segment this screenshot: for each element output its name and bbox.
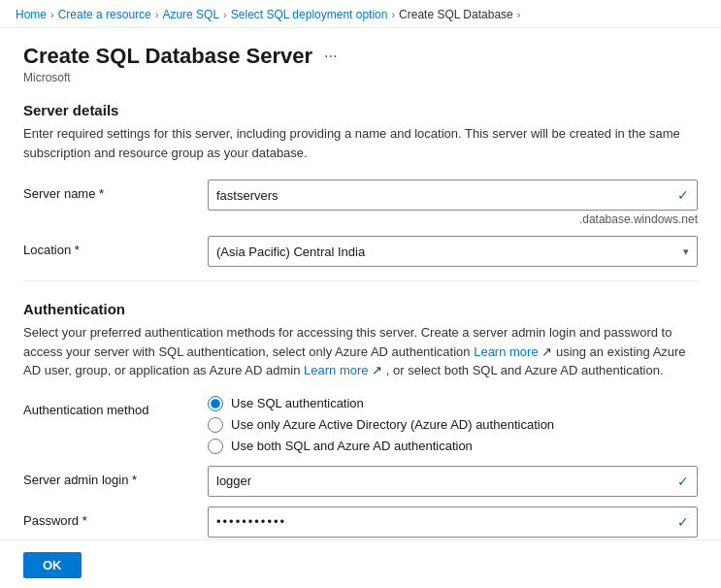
breadcrumb-end-chevron: › [517,9,521,20]
location-row: Location * (Asia Pacific) Central India … [23,236,698,267]
server-details-title: Server details [23,102,698,118]
server-name-label: Server name * [23,180,208,201]
admin-login-input[interactable] [216,474,672,488]
breadcrumb-sep-3: › [223,9,227,20]
breadcrumb-create-resource[interactable]: Create a resource [58,8,151,21]
radio-sql-auth[interactable]: Use SQL authentication [208,396,698,411]
auth-method-control: Use SQL authentication Use only Azure Ac… [208,396,698,454]
breadcrumb-current: Create SQL Database [399,8,513,21]
password-input[interactable] [216,514,672,529]
server-name-input[interactable] [216,188,672,203]
page-subtitle: Microsoft [23,71,698,84]
password-control: ✓ [208,506,698,538]
breadcrumb-azure-sql[interactable]: Azure SQL [162,8,219,21]
server-name-check-icon: ✓ [677,187,689,203]
authentication-section: Authentication Select your preferred aut… [23,301,698,574]
page-title: Create SQL Database Server [23,44,312,69]
location-chevron-icon: ▾ [683,245,689,258]
section-divider [23,280,698,281]
radio-both-auth[interactable]: Use both SQL and Azure AD authentication [208,439,698,454]
auth-section-title: Authentication [23,301,698,317]
admin-login-input-wrap: ✓ [208,466,698,497]
radio-both-auth-input[interactable] [208,439,223,454]
radio-azure-ad-only-input[interactable] [208,417,223,433]
server-name-row: Server name * ✓ .database.windows.net [23,180,698,226]
location-select[interactable]: (Asia Pacific) Central India East US Wes… [216,245,683,259]
radio-azure-ad-only-label: Use only Azure Active Directory (Azure A… [231,417,554,432]
admin-login-label: Server admin login * [23,466,208,487]
auth-method-label: Authentication method [23,396,208,417]
admin-login-check-icon: ✓ [677,474,689,489]
breadcrumb: Home › Create a resource › Azure SQL › S… [0,0,721,28]
radio-sql-auth-input[interactable] [208,396,223,411]
radio-sql-auth-label: Use SQL authentication [231,396,364,410]
breadcrumb-select-deployment[interactable]: Select SQL deployment option [231,8,388,21]
learn-more-2-link[interactable]: Learn more [304,363,368,377]
auth-method-row: Authentication method Use SQL authentica… [23,396,698,454]
radio-azure-ad-only[interactable]: Use only Azure Active Directory (Azure A… [208,417,698,433]
external-link-icon-1: ↗ [541,344,556,359]
server-name-suffix: .database.windows.net [208,212,698,226]
admin-login-control: ✓ [208,466,698,497]
auth-desc-part3: , or select both SQL and Azure AD authen… [386,363,664,377]
server-name-control: ✓ .database.windows.net [208,180,698,226]
password-check-icon: ✓ [677,514,689,530]
location-control: (Asia Pacific) Central India East US Wes… [208,236,698,267]
ellipsis-button[interactable]: ··· [320,46,341,67]
server-name-input-wrap: ✓ [208,180,698,211]
password-input-wrap: ✓ [208,506,698,538]
auth-radio-group: Use SQL authentication Use only Azure Ac… [208,396,698,454]
radio-both-auth-label: Use both SQL and Azure AD authentication [231,439,473,453]
footer-bar: OK [0,539,721,589]
breadcrumb-home[interactable]: Home [16,8,47,21]
breadcrumb-sep-2: › [155,9,159,20]
breadcrumb-sep-4: › [391,9,395,20]
admin-login-row: Server admin login * ✓ [23,466,698,497]
password-label: Password * [23,506,208,528]
breadcrumb-sep-1: › [50,9,54,20]
learn-more-1-link[interactable]: Learn more [474,344,538,359]
auth-description: Select your preferred authentication met… [23,323,698,380]
ok-button[interactable]: OK [23,552,82,578]
server-details-description: Enter required settings for this server,… [23,124,698,162]
external-link-icon-2: ↗ [372,363,386,377]
password-row: Password * ✓ [23,506,698,538]
location-label: Location * [23,236,208,257]
location-select-wrap: (Asia Pacific) Central India East US Wes… [208,236,698,267]
